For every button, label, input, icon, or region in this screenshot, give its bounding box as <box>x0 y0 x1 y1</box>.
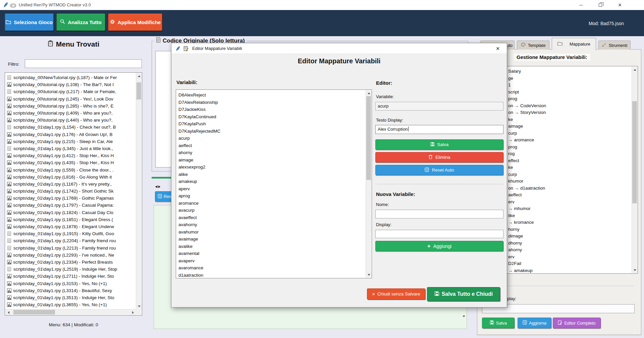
mapping-list-item[interactable]: like <box>508 212 632 219</box>
menu-list-item[interactable]: scripts\day_01\day1.rpy (L412) - Stop He… <box>6 152 136 159</box>
variable-list-item[interactable]: avaperv <box>178 257 366 265</box>
display-text-field[interactable]: Alex Corruption <box>375 125 503 134</box>
menu-list-item[interactable]: scripts\day_01\day1.rpy (L435) - Stop He… <box>6 159 136 166</box>
mapping-list-item[interactable]: on → d1aatraction <box>508 185 632 192</box>
variable-list-item[interactable]: amakeup <box>178 178 366 185</box>
maximize-button[interactable] <box>592 0 609 10</box>
variable-list-item[interactable]: aromance <box>178 200 366 207</box>
scroll-up-icon[interactable] <box>136 73 142 79</box>
variable-list-item[interactable]: avaeffect <box>178 214 366 221</box>
variable-list-item[interactable]: D7KaylaRejectedMC <box>178 128 366 135</box>
variable-name-field[interactable]: acurp <box>375 102 503 111</box>
mapping-list-item[interactable]: prog <box>508 95 632 103</box>
variable-list-item[interactable]: aimage <box>178 156 366 164</box>
menu-list-item[interactable]: scripts\day_01\day1.rpy (L2204) - Family… <box>6 237 136 244</box>
mapping-list-item[interactable]: aeffect <box>508 192 632 199</box>
mapping-list-item[interactable]: dhorny <box>508 240 632 247</box>
minimize-button[interactable] <box>573 0 589 10</box>
variable-list-item[interactable]: D7KaylaContinued <box>178 113 366 121</box>
menu-list-item[interactable]: scripts\day_00\tutorial.rpy (L108) - The… <box>6 81 136 88</box>
menu-list-item[interactable]: scripts\day_00\tutorial.rpy (L285) - Who… <box>6 103 136 110</box>
variable-list-item[interactable]: avalike <box>178 243 366 250</box>
mapping-list-item[interactable]: erv <box>508 254 632 261</box>
mapping-list-item[interactable]: → mhumor <box>508 205 632 212</box>
mapping-list-item[interactable]: on → StoryVersion <box>508 109 632 116</box>
menu-list-item[interactable]: scripts\day_01\day1.rpy (L816) - Go Alon… <box>6 174 136 181</box>
variable-list-item[interactable]: aprog <box>178 192 366 200</box>
menu-list-item[interactable]: scripts\day_01\day1.rpy (L1878) - Elegan… <box>6 223 136 230</box>
mapping-list-item[interactable]: erv <box>508 199 632 206</box>
variable-list-item[interactable]: D7KaylaPush <box>178 120 366 128</box>
menu-list-item[interactable]: scripts\day_01\day1.rpy (L1851) - Elegan… <box>6 216 136 223</box>
save-variable-button[interactable]: Salva <box>375 139 503 150</box>
vscroll-thumb[interactable] <box>366 96 371 180</box>
mapping-save-button[interactable]: Salva <box>482 318 515 328</box>
menu-list-item[interactable]: scripts\day_01\day1.rpy (L1915) - Kitty … <box>6 230 136 237</box>
menu-list-item[interactable]: scripts\day_00\tutorial.rpy (L245) - Yes… <box>6 95 136 103</box>
menu-list-item[interactable]: scripts\day_01\day1.rpy (L2519) - Indulg… <box>6 266 136 273</box>
add-variable-button[interactable]: + Aggiungi <box>375 241 503 251</box>
mapping-refresh-button[interactable]: Aggiorna <box>518 318 551 328</box>
save-all-close-button[interactable]: Salva Tutto e Chiudi <box>427 287 500 301</box>
mapping-list-item[interactable]: → kromance <box>508 219 632 226</box>
menu-list-item[interactable]: scripts\day_01\day1.rpy (L3655) - Yes, N… <box>6 301 136 308</box>
tab-mappature[interactable]: Mappature <box>552 38 596 50</box>
variable-list-item[interactable]: avaromance <box>178 264 366 272</box>
variable-list-item[interactable]: avahorny <box>178 221 366 228</box>
menu-list-item[interactable]: scripts\day_01\day1.rpy (L1742) - Short … <box>6 188 136 195</box>
menu-list-item[interactable]: scripts\day_01\day1.rpy (L345) - Just a … <box>6 145 136 152</box>
menu-list-item[interactable]: scripts\day_00\tutorial.rpy (L409) - Who… <box>6 110 136 117</box>
menu-list[interactable]: scripts\day_00\NewTutorial.rpy (L187) - … <box>5 72 142 316</box>
variable-list-item[interactable]: aperv <box>178 185 366 193</box>
reset-auto-button[interactable]: Reset Auto <box>375 165 503 175</box>
variable-list-item[interactable]: alexsexprog2 <box>178 163 366 171</box>
variables-list[interactable]: D6AlexRejectD7AlexRelationshipD7JackieKi… <box>176 89 372 278</box>
mapping-list-item[interactable]: → amakeup <box>508 267 632 273</box>
mapping-list-item[interactable]: rog <box>508 150 632 157</box>
scroll-down-icon[interactable] <box>632 267 638 273</box>
variable-list-item[interactable]: D7JackieKiss <box>178 106 366 113</box>
tab-template[interactable]: Template <box>517 41 549 50</box>
menu-list-item[interactable]: scripts\day_01\day1.rpy (L1797) - Casual… <box>6 202 136 209</box>
menu-list-item[interactable]: scripts\day_00\NewTutorial.rpy (L187) - … <box>6 74 136 81</box>
full-editor-button[interactable]: Editor Completo <box>553 318 601 328</box>
mapping-list-item[interactable]: curp <box>508 171 632 178</box>
vscroll-thumb[interactable] <box>137 82 141 99</box>
mapping-list-item[interactable]: aimage <box>508 123 632 130</box>
mapping-list-item[interactable]: horny <box>508 226 632 233</box>
scroll-down-icon[interactable] <box>136 303 142 309</box>
variable-list-item[interactable]: aeffect <box>178 142 366 149</box>
variable-list-item[interactable]: avaimage <box>178 235 366 243</box>
variable-list-item[interactable]: ahorny <box>178 149 366 156</box>
menu-list-item[interactable]: scripts\day_01\day1.rpy (L2293) - I've n… <box>6 252 136 259</box>
menu-list-item[interactable]: scripts\day_01\day1.rpy (L559) - Close t… <box>6 166 136 173</box>
scroll-up-icon[interactable] <box>366 90 372 96</box>
delete-variable-button[interactable]: Elimina <box>375 152 503 162</box>
mapping-list-item[interactable]: on → CodeVersion <box>508 103 632 110</box>
apply-changes-button[interactable]: Applica Modifiche <box>108 13 162 31</box>
scroll-right-icon[interactable] <box>130 310 136 315</box>
mapping-list-item[interactable]: Salary <box>508 68 632 75</box>
mapping-list-item[interactable]: khumor <box>508 178 632 185</box>
hscroll-thumb[interactable] <box>13 310 55 315</box>
menu-list-item[interactable]: scripts\day_01\day1.rpy (L3314) - Beauti… <box>6 287 136 294</box>
mapping-list-item[interactable]: script <box>508 89 632 96</box>
menu-list-item[interactable]: scripts\day_00\tutorial.rpy (L440) - Who… <box>6 117 136 124</box>
menu-list-item[interactable]: scripts\day_01\day1.rpy (L2711) - Indulg… <box>6 273 136 280</box>
menu-list-item[interactable]: scripts\day_01\day1.rpy (L215) - Sleep i… <box>6 138 136 145</box>
mapping-list-item[interactable]: ahorny <box>508 247 632 254</box>
vscroll-thumb[interactable] <box>632 101 637 203</box>
select-game-button[interactable]: Seleziona Gioco <box>5 13 54 31</box>
menu-list-item[interactable]: scripts\day_01\day1.rpy (L1167) - It's v… <box>6 181 136 188</box>
new-name-input[interactable] <box>375 210 503 218</box>
menu-list-vscrollbar[interactable] <box>136 73 142 309</box>
menu-list-item[interactable]: scripts\day_01\day1.rpy (L1769) - Gothic… <box>6 195 136 202</box>
close-button[interactable]: × <box>611 0 628 10</box>
mappings-vscrollbar[interactable] <box>632 67 637 273</box>
menu-list-item[interactable]: scripts\day_01\day1.rpy (L2334) - Perfec… <box>6 259 136 266</box>
mapping-list-item[interactable]: ke <box>508 116 632 123</box>
mappings-list[interactable]: Salaryge1scriptprogon → CodeVersionon → … <box>505 66 638 274</box>
variable-list-item[interactable]: avamental <box>178 250 366 257</box>
menu-list-hscrollbar[interactable] <box>5 309 136 315</box>
menu-list-item[interactable]: scripts\day_00\tutorial.rpy (L217) - Mal… <box>6 88 136 95</box>
